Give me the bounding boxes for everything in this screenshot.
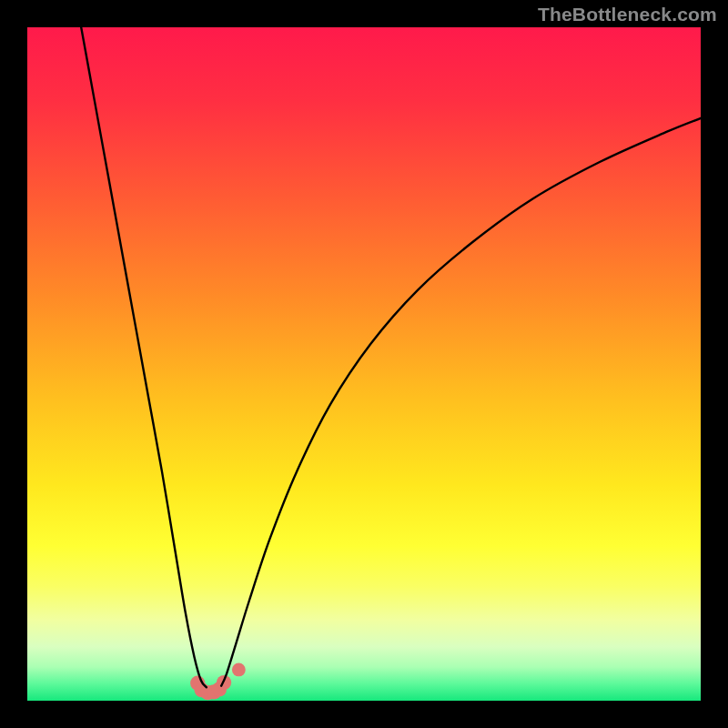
plot-area: [27, 27, 701, 701]
marker-cluster: [190, 663, 246, 701]
outer-frame: TheBottleneck.com: [0, 0, 728, 728]
watermark-text: TheBottleneck.com: [538, 4, 717, 25]
curve-layer: [27, 27, 701, 701]
curve-right-branch: [221, 118, 701, 686]
curve-left-branch: [81, 27, 207, 687]
marker-dot: [232, 663, 246, 677]
